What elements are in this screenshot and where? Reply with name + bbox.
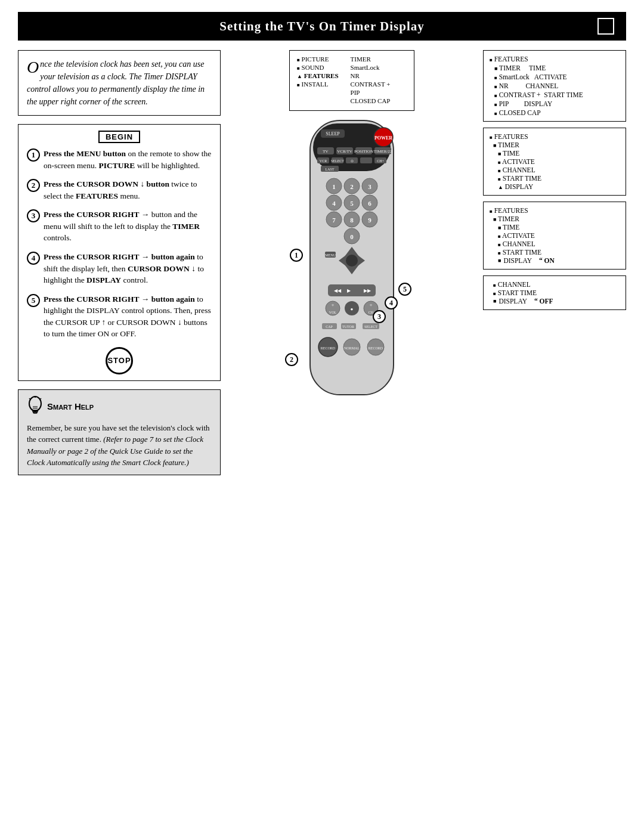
- page-header: Setting the TV's On Timer Display: [18, 12, 626, 41]
- smart-help-text: Remember, be sure you have set the telev…: [27, 422, 212, 469]
- svg-line-5: [40, 398, 41, 400]
- step-1: 1 Press the MENU button on the remote to…: [27, 148, 212, 171]
- smart-help-title: Smart Help: [47, 401, 94, 411]
- svg-text:4: 4: [332, 200, 336, 207]
- svg-text:NORMAL: NORMAL: [344, 346, 360, 350]
- svg-text:0: 0: [350, 233, 354, 240]
- remote-svg: SLEEP POWER TV VCR/TV POSITION: [274, 114, 429, 413]
- svg-text:◀◀: ◀◀: [334, 288, 342, 293]
- svg-text:9: 9: [368, 216, 371, 224]
- step-3: 3 Press the CURSOR RIGHT → button and th…: [27, 209, 212, 244]
- remote-area: SLEEP POWER TV VCR/TV POSITION: [274, 114, 429, 413]
- page: Setting the TV's On Timer Display O nce …: [0, 0, 644, 833]
- menu-cascade-3: ■ FEATURES ■ TIMER ■ TIME ■ ACTIVATE ■ C…: [483, 202, 626, 270]
- svg-rect-2: [33, 412, 37, 413]
- menu-cascade-1: ■ FEATURES ■ TIMER TIME ■ SmartLock ACTI…: [483, 50, 626, 122]
- step-4-number: 4: [27, 252, 40, 265]
- menu-cascade-4: ■ CHANNEL ■ START TIME ■ DISPLAY “ OFF: [483, 275, 626, 310]
- step-2: 2 Press the CURSOR DOWN ↓ button twice t…: [27, 178, 212, 202]
- smart-help-header: Smart Help: [27, 396, 212, 417]
- step-badge-2: 2: [285, 353, 298, 366]
- svg-text:RECORD: RECORD: [321, 346, 336, 350]
- drop-cap: O: [27, 59, 39, 76]
- step-2-number: 2: [27, 179, 40, 192]
- step-2-text: Press the CURSOR DOWN ↓ button twice to …: [44, 178, 212, 202]
- svg-rect-28: [360, 157, 372, 163]
- step-3-text: Press the CURSOR RIGHT → button and the …: [44, 209, 212, 244]
- svg-text:VOL: VOL: [329, 311, 337, 314]
- right-column: ■ FEATURES ■ TIMER TIME ■ SmartLock ACTI…: [483, 50, 626, 310]
- intro-box: O nce the television clock has been set,…: [18, 50, 221, 116]
- svg-text:⊙: ⊙: [351, 159, 354, 163]
- header-box: [597, 18, 614, 35]
- step-badge-3: 3: [373, 310, 386, 323]
- svg-point-0: [29, 397, 41, 411]
- svg-text:TIMER/22: TIMER/22: [374, 149, 392, 154]
- svg-text:8: 8: [350, 216, 354, 224]
- svg-text:CH+: CH+: [377, 159, 384, 163]
- intro-text: nce the television clock has been set, y…: [27, 60, 205, 106]
- begin-label: BEGIN: [27, 131, 212, 143]
- svg-text:SELECT: SELECT: [364, 325, 377, 329]
- main-content: O nce the television clock has been set,…: [18, 50, 626, 475]
- svg-text:TV: TV: [323, 149, 328, 154]
- smart-help-box: Smart Help Remember, be sure you have se…: [18, 389, 221, 475]
- svg-text:POWER: POWER: [374, 135, 392, 141]
- svg-text:2: 2: [350, 183, 354, 190]
- svg-line-4: [29, 398, 30, 400]
- bulb-icon: [27, 396, 44, 417]
- svg-text:3: 3: [368, 183, 371, 190]
- svg-text:●: ●: [351, 306, 354, 312]
- svg-point-57: [346, 255, 358, 267]
- svg-text:SLEEP: SLEEP: [326, 131, 340, 137]
- svg-text:RECORD: RECORD: [369, 346, 383, 350]
- svg-text:VCR: VCR: [320, 159, 327, 163]
- steps-box: BEGIN 1 Press the MENU button on the rem…: [18, 124, 221, 381]
- step-4: 4 Press the CURSOR RIGHT → button again …: [27, 251, 212, 286]
- svg-text:1: 1: [332, 183, 336, 190]
- svg-text:6: 6: [368, 200, 371, 207]
- step-5-text: Press the CURSOR RIGHT → button again to…: [44, 293, 212, 340]
- svg-text:POSITION: POSITION: [354, 149, 373, 154]
- step-5-number: 5: [27, 294, 40, 307]
- svg-text:SELECT: SELECT: [331, 159, 344, 163]
- svg-text:MENU: MENU: [325, 253, 336, 257]
- step-1-text: Press the MENU button on the remote to s…: [44, 148, 212, 171]
- page-title: Setting the TV's On Timer Display: [47, 19, 597, 34]
- menu-cascade-2: ■ FEATURES ■ TIMER ■ TIME ■ ACTIVATE ■ C…: [483, 128, 626, 196]
- stop-label: STOP: [27, 347, 212, 374]
- step-badge-5: 5: [398, 283, 411, 296]
- step-3-number: 3: [27, 209, 40, 222]
- menu-screen-1: ■ PICTURE ■ SOUND ▲ FEATURES ■ INSTALL T…: [289, 50, 414, 111]
- step-1-number: 1: [27, 148, 40, 162]
- svg-text:TUTOR: TUTOR: [342, 325, 354, 329]
- svg-text:+: +: [369, 302, 372, 308]
- svg-text:CAP: CAP: [326, 325, 333, 329]
- svg-text:▶▶: ▶▶: [364, 288, 371, 293]
- svg-text:+: +: [331, 302, 334, 308]
- step-4-text: Press the CURSOR RIGHT → button again to…: [44, 251, 212, 286]
- svg-text:LAST: LAST: [326, 168, 335, 171]
- begin-box: BEGIN: [98, 131, 140, 143]
- left-column: O nce the television clock has been set,…: [18, 50, 221, 475]
- svg-text:5: 5: [350, 200, 354, 207]
- svg-text:VCR/TV: VCR/TV: [337, 149, 352, 154]
- step-5: 5 Press the CURSOR RIGHT → button again …: [27, 293, 212, 340]
- svg-text:▶: ▶: [347, 288, 351, 293]
- step-badge-1: 1: [290, 249, 303, 262]
- step-badge-4: 4: [385, 296, 398, 309]
- svg-text:7: 7: [332, 216, 336, 224]
- stop-circle: STOP: [106, 347, 133, 374]
